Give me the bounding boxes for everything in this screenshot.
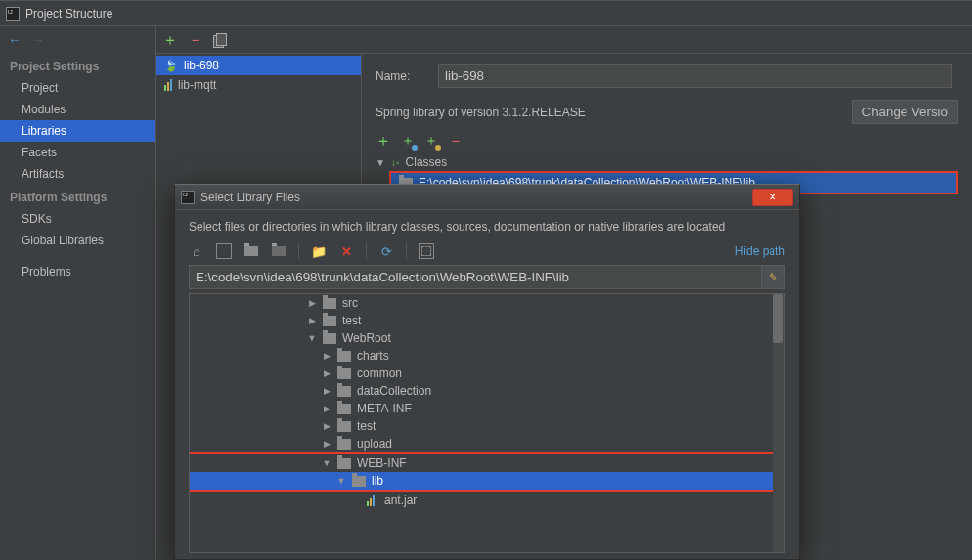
nav-back-icon[interactable]: ← xyxy=(8,32,22,48)
ide-icon xyxy=(6,7,20,21)
refresh-icon[interactable]: ⟳ xyxy=(378,243,394,259)
tree-arrow-icon[interactable]: ▼ xyxy=(336,476,346,486)
dialog-titlebar[interactable]: Select Library Files ✕ xyxy=(175,185,799,210)
classes-icon: ↓◦ xyxy=(391,157,400,168)
tree-file[interactable]: ant.jar xyxy=(190,492,784,509)
folder-icon xyxy=(352,476,366,487)
folder-icon xyxy=(337,386,351,397)
tree-arrow-icon[interactable]: ▶ xyxy=(307,298,317,308)
spring-leaf-icon: 🍃 xyxy=(164,60,178,72)
folder-icon xyxy=(323,333,336,344)
folder-icon xyxy=(323,298,336,309)
tree-label: src xyxy=(342,296,358,310)
show-hidden-icon[interactable] xyxy=(419,243,434,259)
change-version-button[interactable]: Change Versio xyxy=(852,100,958,124)
jar-icon xyxy=(367,495,378,506)
sidebar-item-global-libraries[interactable]: Global Libraries xyxy=(0,230,155,251)
tree-folder[interactable]: ▶charts xyxy=(190,347,784,365)
path-history-button[interactable]: ✎ xyxy=(762,265,785,289)
library-toolbar: ＋ － xyxy=(156,26,972,54)
section-header: Project Settings xyxy=(0,54,155,77)
tree-folder[interactable]: ▶src xyxy=(190,294,784,312)
sidebar-item-project[interactable]: Project xyxy=(0,77,155,99)
scrollbar[interactable] xyxy=(773,294,784,552)
tree-label: ant.jar xyxy=(384,494,417,507)
add-classes-button[interactable]: ＋ xyxy=(376,133,391,149)
remove-classes-button[interactable]: － xyxy=(448,133,464,149)
tree-folder[interactable]: ▼WebRoot xyxy=(190,329,784,347)
module-dir-icon[interactable] xyxy=(271,243,287,259)
sidebar: ← → Project SettingsProjectModulesLibrar… xyxy=(0,26,156,560)
add-doc-button[interactable]: ＋ xyxy=(424,132,438,150)
tree-folder[interactable]: ▶META-INF xyxy=(190,400,784,417)
section-header: Platform Settings xyxy=(0,185,155,208)
home-icon[interactable]: ⌂ xyxy=(189,243,204,259)
copy-icon[interactable] xyxy=(213,33,227,47)
add-sources-button[interactable]: ＋ xyxy=(401,132,415,150)
tree-label: charts xyxy=(357,349,389,363)
sidebar-item-problems[interactable]: Problems xyxy=(0,261,155,282)
tree-label: dataCollection xyxy=(357,384,431,398)
close-icon[interactable]: ✕ xyxy=(752,189,793,206)
tree-arrow-icon[interactable]: ▶ xyxy=(307,316,317,325)
tree-arrow-icon[interactable]: ▶ xyxy=(322,439,331,449)
desktop-icon[interactable] xyxy=(216,243,232,259)
library-item-label: lib-mqtt xyxy=(178,78,216,92)
tree-folder[interactable]: ▶test xyxy=(190,312,784,329)
library-name-input[interactable] xyxy=(438,64,952,88)
titlebar: Project Structure xyxy=(0,1,972,26)
library-item-lib-698[interactable]: 🍃lib-698 xyxy=(156,56,361,75)
path-input[interactable] xyxy=(189,265,762,289)
tree-folder[interactable]: ▶common xyxy=(190,365,784,382)
sidebar-item-libraries[interactable]: Libraries xyxy=(0,120,155,142)
tree-label: upload xyxy=(357,437,392,451)
tree-arrow-icon[interactable]: ▶ xyxy=(322,404,331,413)
delete-icon[interactable]: ✕ xyxy=(338,243,354,259)
hide-path-link[interactable]: Hide path xyxy=(735,244,785,258)
tree-folder[interactable]: ▼WEB-INF xyxy=(190,454,784,472)
tree-label: lib xyxy=(372,474,383,488)
tree-label: test xyxy=(342,314,361,327)
library-item-lib-mqtt[interactable]: lib-mqtt xyxy=(156,75,361,95)
tree-arrow-icon[interactable]: ▼ xyxy=(307,333,317,343)
tree-arrow-icon[interactable]: ▶ xyxy=(322,421,331,431)
sidebar-item-artifacts[interactable]: Artifacts xyxy=(0,163,155,185)
tree-arrow-icon[interactable]: ▶ xyxy=(322,368,331,378)
window-title: Project Structure xyxy=(25,7,112,21)
highlight-box: ▼WEB-INF▼lib xyxy=(189,452,785,492)
folder-icon xyxy=(337,439,351,450)
tree-arrow-icon[interactable]: ▼ xyxy=(322,458,331,468)
tree-folder[interactable]: ▶dataCollection xyxy=(190,382,784,400)
select-library-files-dialog: Select Library Files ✕ Select files or d… xyxy=(174,184,800,560)
classes-label: Classes xyxy=(406,155,448,169)
library-item-label: lib-698 xyxy=(184,59,219,72)
folder-icon xyxy=(337,458,351,469)
sidebar-item-sdks[interactable]: SDKs xyxy=(0,208,155,230)
expand-arrow-icon[interactable]: ▼ xyxy=(376,157,385,168)
nav-toolbar: ← → xyxy=(0,26,155,54)
tree-folder[interactable]: ▶upload xyxy=(190,435,784,452)
folder-icon xyxy=(337,351,351,362)
tree-label: test xyxy=(357,419,376,433)
folder-icon xyxy=(337,368,351,379)
nav-forward-icon[interactable]: → xyxy=(31,32,45,48)
tree-label: WebRoot xyxy=(342,331,391,345)
tree-arrow-icon[interactable]: ▶ xyxy=(322,351,331,361)
classes-node[interactable]: ▼ ↓◦ Classes xyxy=(376,153,958,171)
tree-folder[interactable]: ▼lib xyxy=(190,472,784,490)
tree-label: common xyxy=(357,366,402,380)
file-tree[interactable]: ▶src▶test▼WebRoot▶charts▶common▶dataColl… xyxy=(189,293,785,553)
folder-icon xyxy=(323,316,336,326)
folder-icon xyxy=(337,421,351,432)
tree-folder[interactable]: ▶test xyxy=(190,417,784,435)
remove-library-button[interactable]: － xyxy=(188,32,203,48)
sidebar-item-modules[interactable]: Modules xyxy=(0,99,155,120)
tree-arrow-icon[interactable]: ▶ xyxy=(322,386,331,396)
tree-label: WEB-INF xyxy=(357,456,407,470)
new-folder-icon[interactable]: 📁 xyxy=(311,243,327,259)
project-dir-icon[interactable] xyxy=(243,243,259,259)
folder-icon xyxy=(337,404,351,414)
sidebar-item-facets[interactable]: Facets xyxy=(0,142,155,163)
ide-icon xyxy=(181,191,195,204)
add-library-button[interactable]: ＋ xyxy=(162,32,178,48)
